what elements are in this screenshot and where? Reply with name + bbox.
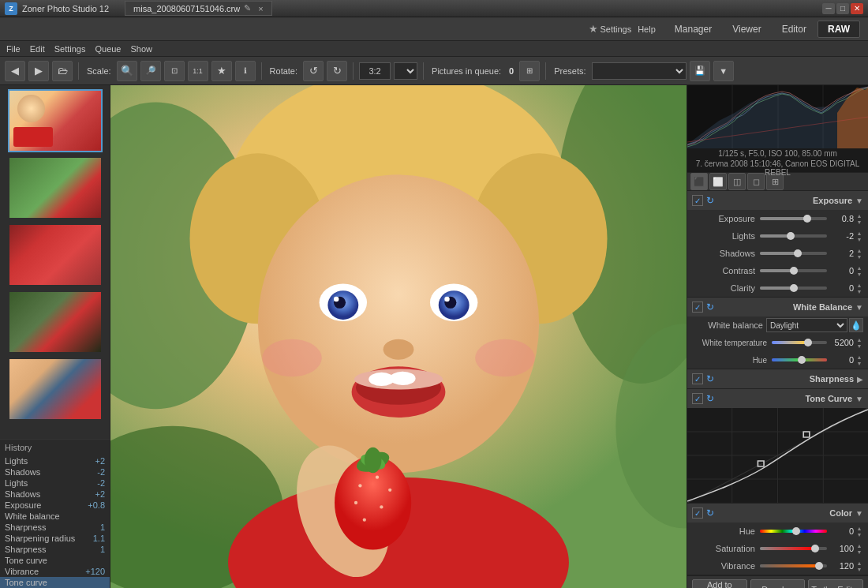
fit-button[interactable]: ⊡: [164, 61, 185, 81]
wb-type-select[interactable]: DaylightAs shotAutoCloudy: [766, 318, 847, 332]
tone-curve-checkbox[interactable]: ✓: [692, 393, 703, 404]
history-item-7[interactable]: Sharpening radius1.1: [0, 533, 110, 544]
history-item-6[interactable]: Sharpness1: [0, 522, 110, 533]
presets-select[interactable]: [592, 62, 687, 80]
sharpness-refresh-icon[interactable]: ↻: [706, 373, 714, 384]
svg-point-22: [390, 372, 415, 385]
thumbnail-1[interactable]: [8, 89, 103, 152]
queue-icon-btn[interactable]: ⊞: [519, 61, 540, 81]
history-item-8[interactable]: Sharpness1: [0, 544, 110, 555]
history-item-9[interactable]: Tone curve: [0, 555, 110, 566]
history-item-0[interactable]: Lights+2: [0, 455, 110, 466]
history-item-3[interactable]: Shadows+2: [0, 489, 110, 500]
wb-hue-track[interactable]: [772, 358, 827, 361]
thumbnail-2[interactable]: [8, 156, 103, 219]
exposure-section-header[interactable]: ✓ ↻ Exposure ▼: [687, 191, 868, 210]
tab-filename: misa_20080607151046.crw: [133, 4, 240, 13]
tone-curve-header[interactable]: ✓ ↻ Tone Curve ▼: [687, 389, 868, 408]
history-item-2[interactable]: Lights-2: [0, 478, 110, 489]
exp-slider-track-4[interactable]: [760, 287, 827, 290]
exposure-checkbox[interactable]: ✓: [692, 195, 703, 206]
wb-hue-arrows[interactable]: ▲ ▼: [855, 354, 863, 366]
sharpness-checkbox[interactable]: ✓: [692, 373, 703, 384]
star-button[interactable]: ★: [211, 61, 232, 81]
thumbnail-4[interactable]: [8, 290, 103, 354]
color-checkbox[interactable]: ✓: [692, 507, 703, 519]
zoom-out-button[interactable]: 🔎: [140, 61, 161, 81]
exposure-slider-row-3: Contrast 0 ▲ ▼: [687, 262, 868, 279]
color-hue-track[interactable]: [760, 530, 827, 533]
tab-manager[interactable]: Manager: [665, 21, 721, 37]
sharpness-header[interactable]: ✓ ↻ Sharpness ▶: [687, 369, 868, 388]
exp-arrows-1[interactable]: ▲ ▼: [855, 230, 863, 242]
exp-arrows-3[interactable]: ▲ ▼: [855, 264, 863, 277]
wb-refresh-icon[interactable]: ↻: [706, 301, 714, 313]
menu-settings[interactable]: Settings: [54, 44, 86, 54]
exposure-refresh-icon[interactable]: ↻: [706, 195, 714, 206]
to-editor-button[interactable]: To the Editor: [808, 579, 863, 588]
color-vib-arrows[interactable]: ▲ ▼: [855, 560, 863, 572]
exp-slider-val: 2: [830, 249, 854, 258]
tab-editor[interactable]: Editor: [773, 21, 816, 37]
color-sat-track[interactable]: [760, 547, 827, 550]
color-header[interactable]: ✓ ↻ Color ▼: [687, 504, 868, 522]
color-hue-row: Hue 0 ▲ ▼: [687, 522, 868, 540]
exp-arrows-2[interactable]: ▲ ▼: [855, 247, 863, 260]
menu-edit[interactable]: Edit: [30, 44, 45, 54]
white-balance-header[interactable]: ✓ ↻ White Balance ▼: [687, 298, 868, 316]
ratio-select[interactable]: [394, 62, 417, 80]
back-button[interactable]: ◀: [5, 61, 25, 81]
file-tab[interactable]: misa_20080607151046.crw ✎ ×: [125, 1, 272, 16]
history-item-11[interactable]: Tone curve: [0, 577, 110, 588]
maximize-button[interactable]: □: [836, 3, 849, 14]
menu-file[interactable]: File: [6, 44, 21, 54]
forward-button[interactable]: ▶: [28, 61, 49, 81]
tone-curve-graph[interactable]: [687, 408, 868, 503]
color-sat-arrows[interactable]: ▲ ▼: [855, 542, 863, 555]
tab-viewer[interactable]: Viewer: [723, 21, 770, 37]
color-hue-arrows[interactable]: ▲ ▼: [855, 525, 863, 537]
folder-button[interactable]: 🗁: [52, 61, 73, 81]
help-label[interactable]: Help: [638, 24, 656, 34]
develop-button[interactable]: Develop: [750, 579, 806, 588]
history-item-10[interactable]: Vibrance+120: [0, 566, 110, 577]
add-to-queue-button[interactable]: Add to Queue: [692, 579, 747, 588]
close-button[interactable]: ✕: [851, 3, 863, 14]
wb-temp-arrows[interactable]: ▲ ▼: [855, 336, 863, 349]
exp-slider-track-0[interactable]: [760, 217, 827, 220]
crop-w-input[interactable]: [359, 62, 391, 80]
main-photo: [110, 85, 687, 588]
rotate-right-button[interactable]: ↻: [327, 61, 347, 81]
rotate-left-button[interactable]: ↺: [303, 61, 324, 81]
history-item-4[interactable]: Exposure+0.8: [0, 500, 110, 511]
info-button[interactable]: ℹ: [235, 61, 256, 81]
tone-curve-refresh-icon[interactable]: ↻: [706, 393, 714, 404]
color-vib-track[interactable]: [760, 564, 827, 567]
history-item-1[interactable]: Shadows-2: [0, 466, 110, 478]
exp-slider-track-3[interactable]: [760, 269, 827, 272]
history-label: Sharpness: [5, 522, 47, 532]
tab-raw[interactable]: RAW: [817, 21, 860, 38]
thumbnail-3[interactable]: [8, 223, 103, 287]
exp-slider-track-1[interactable]: [760, 234, 827, 238]
tab-close-btn[interactable]: ×: [258, 4, 263, 13]
wb-eyedrop-button[interactable]: 💧: [849, 318, 863, 332]
color-refresh-icon[interactable]: ↻: [706, 507, 714, 519]
settings-label[interactable]: Settings: [600, 24, 631, 34]
exp-slider-track-2[interactable]: [760, 252, 827, 255]
menu-show[interactable]: Show: [130, 44, 152, 54]
save-preset-button[interactable]: 💾: [690, 61, 710, 81]
wb-checkbox[interactable]: ✓: [692, 301, 703, 313]
presets-label: Presets:: [554, 66, 586, 76]
menu-queue[interactable]: Queue: [95, 44, 121, 54]
thumbnail-5[interactable]: [8, 358, 103, 421]
history-item-5[interactable]: White balance: [0, 511, 110, 522]
wb-temp-track[interactable]: [772, 341, 827, 344]
exp-arrows-4[interactable]: ▲ ▼: [855, 282, 863, 294]
zoom-in-button[interactable]: 🔍: [117, 61, 137, 81]
preset-menu-button[interactable]: ▼: [713, 61, 734, 81]
actual-size-button[interactable]: 1:1: [188, 61, 208, 81]
minimize-button[interactable]: ─: [822, 3, 835, 14]
tone-curve-svg: [687, 408, 868, 503]
exp-arrows-0[interactable]: ▲ ▼: [855, 212, 863, 225]
